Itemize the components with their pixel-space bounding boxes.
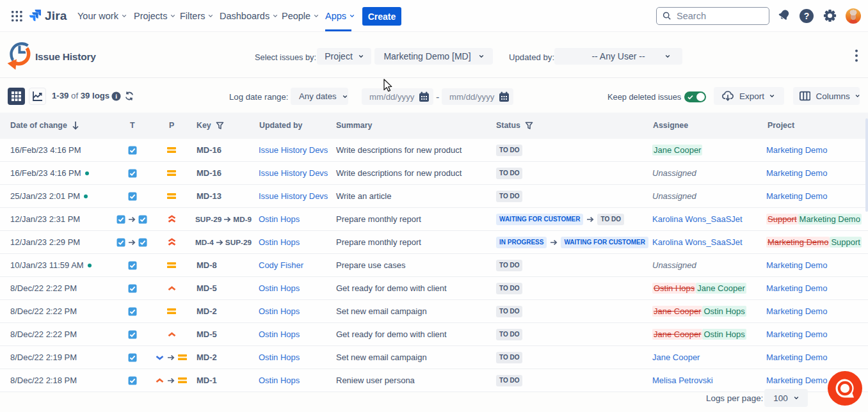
svg-text:i: i — [115, 93, 117, 100]
svg-text:?: ? — [804, 11, 810, 21]
